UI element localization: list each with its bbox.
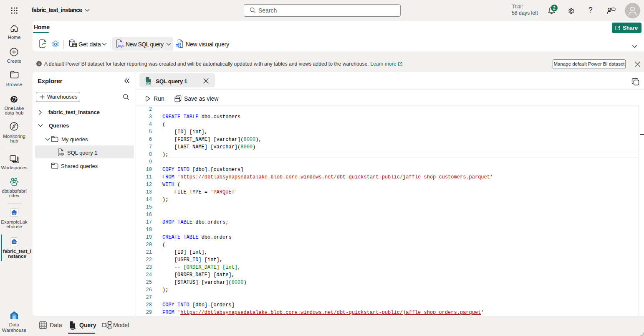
svg-text:SQL: SQL: [146, 81, 152, 84]
svg-text:SQL: SQL: [118, 44, 124, 48]
svg-text:SQL: SQL: [59, 153, 64, 156]
